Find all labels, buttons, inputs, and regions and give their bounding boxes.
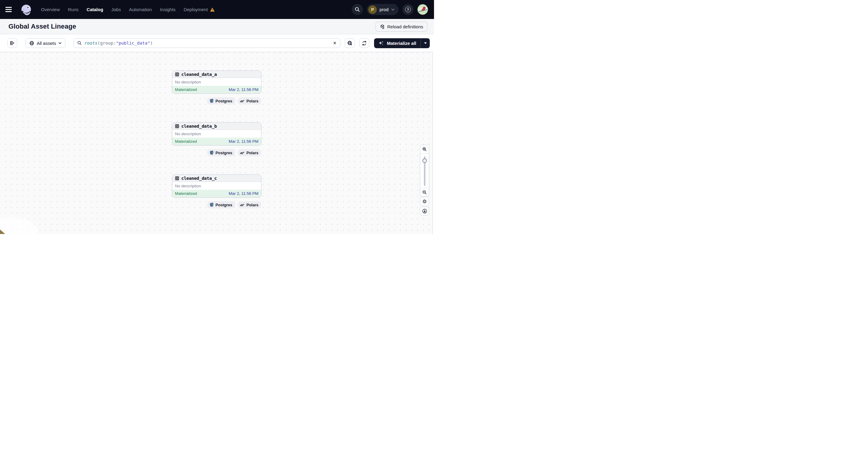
tag-label: Postgres — [216, 99, 232, 103]
polars-icon — [240, 202, 245, 207]
tag-polars[interactable]: Polars — [238, 149, 261, 156]
materialize-all-button[interactable]: Materialize all — [374, 38, 421, 48]
user-avatar[interactable] — [417, 4, 428, 15]
tag-postgres[interactable]: Postgres — [207, 201, 236, 209]
asset-name: cleaned_data_c — [181, 176, 217, 181]
zoom-in-icon — [422, 147, 427, 152]
help-button[interactable]: ? — [402, 4, 413, 15]
asset-node-header: cleaned_data_b — [172, 123, 261, 130]
tag-polars[interactable]: Polars — [238, 97, 261, 104]
asset-node-group: cleaned_data_b No description Materializ… — [172, 122, 261, 156]
nav-right-cluster: P prod ? — [352, 4, 428, 15]
asset-node-cleaned-data-b[interactable]: cleaned_data_b No description Materializ… — [172, 122, 261, 146]
asset-selection-query[interactable]: roots(group:"public_data") — [84, 41, 328, 45]
asset-node-header: cleaned_data_c — [172, 175, 261, 182]
download-icon — [422, 209, 427, 214]
chevron-down-icon — [391, 8, 395, 11]
search-icon — [77, 41, 82, 45]
asset-node-group: cleaned_data_a No description Materializ… — [172, 70, 261, 104]
materialization-timestamp[interactable]: Mar 2, 11:56 PM — [228, 139, 258, 144]
asset-node-group: cleaned_data_c No description Materializ… — [172, 175, 261, 209]
asset-scope-dropdown[interactable]: All assets — [25, 38, 65, 48]
reload-definitions-button[interactable]: Reload definitions — [376, 22, 427, 32]
environment-switcher[interactable]: P prod — [367, 4, 399, 15]
environment-avatar: P — [368, 5, 377, 14]
asset-tag-row: Postgres Polars — [172, 97, 261, 104]
reload-definitions-label: Reload definitions — [387, 24, 423, 29]
query-attribute: group: — [100, 41, 116, 45]
query-paren-close: ) — [150, 41, 153, 45]
download-graph-button[interactable] — [420, 207, 429, 216]
asset-selection-input[interactable]: roots(group:"public_data") ✕ — [73, 38, 340, 48]
tag-postgres[interactable]: Postgres — [207, 97, 236, 104]
nav-item-runs[interactable]: Runs — [68, 7, 79, 12]
postgres-icon — [209, 150, 214, 155]
warning-icon — [210, 7, 215, 12]
hamburger-menu-icon[interactable] — [5, 4, 16, 15]
search-icon — [354, 7, 360, 12]
table-icon — [175, 124, 179, 128]
asset-node-cleaned-data-c[interactable]: cleaned_data_c No description Materializ… — [172, 175, 261, 197]
zoom-out-button[interactable] — [420, 188, 429, 196]
nav-item-overview[interactable]: Overview — [41, 7, 60, 12]
tag-polars[interactable]: Polars — [238, 201, 261, 209]
gear-icon: ⚙ — [422, 198, 427, 205]
page-title: Global Asset Lineage — [8, 23, 76, 30]
nav-item-automation[interactable]: Automation — [129, 7, 152, 12]
tag-label: Polars — [246, 151, 258, 155]
tag-postgres[interactable]: Postgres — [207, 149, 236, 156]
query-value: "public_data" — [116, 41, 150, 45]
primary-nav-items: Overview Runs Catalog Jobs Automation In… — [41, 7, 215, 12]
graph-settings-button[interactable]: ⚙ — [420, 197, 429, 206]
materialization-timestamp[interactable]: Mar 2, 11:56 PM — [228, 191, 258, 196]
globe-icon — [29, 41, 34, 46]
nav-item-deployment[interactable]: Deployment — [184, 7, 215, 12]
panel-expand-icon — [10, 40, 15, 46]
page-header: Global Asset Lineage Reload definitions — [0, 19, 434, 34]
status-badge: Materialized — [175, 87, 197, 92]
zoom-in-button[interactable] — [420, 145, 429, 153]
refresh-icon — [362, 40, 367, 46]
tag-label: Polars — [246, 99, 258, 103]
postgres-icon — [209, 98, 214, 103]
table-icon — [175, 176, 179, 180]
polars-icon — [240, 98, 245, 103]
asset-scope-label: All assets — [37, 41, 56, 46]
refresh-button[interactable] — [359, 38, 369, 48]
materialize-all-split-button: Materialize all — [374, 38, 430, 48]
tag-label: Postgres — [216, 203, 232, 207]
globe-plus-icon — [347, 40, 353, 46]
sparkles-icon — [378, 40, 384, 46]
status-badge: Materialized — [175, 191, 197, 196]
minimap-node-marker — [0, 229, 5, 234]
materialize-options-button[interactable] — [421, 38, 430, 48]
clear-query-button[interactable]: ✕ — [331, 39, 339, 47]
asset-description: No description — [172, 130, 261, 137]
materialization-timestamp[interactable]: Mar 2, 11:56 PM — [228, 87, 258, 92]
query-paren-open: ( — [98, 41, 100, 45]
minimap-panel[interactable] — [0, 218, 38, 234]
top-navigation-bar: Overview Runs Catalog Jobs Automation In… — [0, 0, 434, 19]
dagster-logo-icon[interactable] — [20, 3, 33, 16]
global-search-button[interactable] — [352, 4, 363, 15]
postgres-icon — [209, 202, 214, 207]
zoom-slider[interactable] — [420, 153, 429, 188]
asset-description: No description — [172, 78, 261, 86]
tag-label: Polars — [246, 203, 258, 207]
asset-status-row: Materialized Mar 2, 11:56 PM — [172, 190, 261, 197]
nav-item-insights[interactable]: Insights — [160, 7, 176, 12]
new-catalog-view-button[interactable] — [345, 38, 355, 48]
zoom-controls — [420, 145, 429, 197]
nav-item-jobs[interactable]: Jobs — [112, 7, 121, 12]
environment-name: prod — [379, 7, 389, 12]
asset-tag-row: Postgres Polars — [172, 201, 261, 209]
zoom-out-icon — [422, 190, 427, 195]
asset-node-cleaned-data-a[interactable]: cleaned_data_a No description Materializ… — [172, 70, 261, 94]
nav-item-catalog[interactable]: Catalog — [87, 7, 103, 12]
zoom-slider-thumb[interactable] — [422, 158, 427, 163]
open-side-panel-button[interactable] — [7, 38, 17, 48]
lineage-canvas[interactable]: cleaned_data_a No description Materializ… — [0, 52, 433, 234]
asset-name: cleaned_data_a — [181, 72, 217, 77]
status-badge: Materialized — [175, 139, 197, 144]
asset-name: cleaned_data_b — [181, 124, 217, 129]
